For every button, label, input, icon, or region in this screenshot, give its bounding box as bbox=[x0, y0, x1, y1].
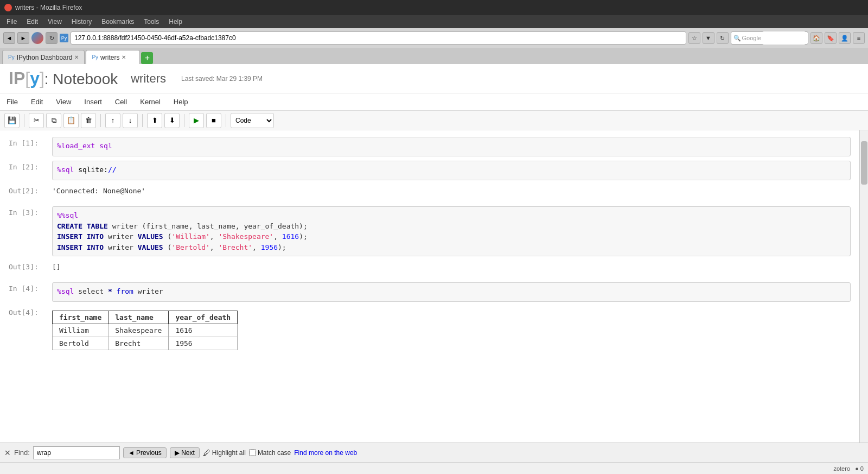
interrupt-button[interactable]: ■ bbox=[206, 113, 221, 128]
cell-label-in3: In [3]: bbox=[9, 206, 52, 217]
nb-menu-help[interactable]: Help bbox=[167, 96, 195, 108]
forward-button[interactable]: ► bbox=[17, 32, 29, 44]
cell3-v2b: ); bbox=[278, 243, 286, 251]
toolbar-icon-1[interactable]: 🔖 bbox=[825, 32, 837, 44]
td-year-2: 1956 bbox=[169, 337, 238, 350]
cell-input-4[interactable]: %sql select * from writer bbox=[52, 282, 851, 302]
out2-text: 'Connected: None@None' bbox=[52, 187, 145, 195]
delete-button[interactable]: 🗑 bbox=[81, 113, 96, 128]
toolbar-icon-2[interactable]: 👤 bbox=[839, 32, 851, 44]
cell3-insert1: INSERT INTO bbox=[57, 232, 104, 241]
cell-type-select[interactable]: Code bbox=[231, 113, 274, 128]
menu-history[interactable]: History bbox=[67, 17, 96, 27]
run-button[interactable]: ▶ bbox=[189, 113, 204, 128]
tab-close-writers[interactable]: ✕ bbox=[122, 54, 126, 60]
browser-menu-bar: File Edit View History Bookmarks Tools H… bbox=[0, 15, 868, 28]
notebook-saved: Last saved: Mar 29 1:39 PM bbox=[181, 75, 263, 83]
scroll-thumb[interactable] bbox=[861, 141, 867, 185]
notebook-name: writers bbox=[131, 72, 166, 86]
cell3-magic: %%sql bbox=[57, 211, 78, 219]
nb-menu-insert[interactable]: Insert bbox=[78, 96, 108, 108]
td-year-1: 1616 bbox=[169, 324, 238, 337]
cell3-v1b: ); bbox=[299, 232, 308, 241]
col-yearofdeath: year_of_death bbox=[169, 311, 238, 324]
col-firstname: first_name bbox=[53, 311, 108, 324]
cell3-n2: 1956 bbox=[261, 243, 278, 251]
td-lastname-2: Brecht bbox=[108, 337, 169, 350]
copy-button[interactable]: ⧉ bbox=[46, 113, 61, 128]
find-input[interactable] bbox=[33, 446, 120, 459]
move-up-button[interactable]: ↑ bbox=[105, 113, 120, 128]
menu-help[interactable]: Help bbox=[164, 17, 187, 27]
nb-menu-cell[interactable]: Cell bbox=[108, 96, 133, 108]
cut-button[interactable]: ✂ bbox=[29, 113, 44, 128]
tab-dashboard[interactable]: Py IPython Dashboard ✕ bbox=[2, 50, 85, 64]
highlight-all-button[interactable]: 🖊 Highlight all bbox=[203, 448, 246, 457]
cell-row-out2: Out[2]: 'Connected: None@None' bbox=[0, 182, 859, 204]
cell3-tbl: writer (first_name, last_name, year_of_d… bbox=[112, 222, 308, 230]
new-tab-button[interactable]: + bbox=[141, 52, 153, 64]
reload-button[interactable]: ↻ bbox=[717, 32, 729, 44]
tab-close-dashboard[interactable]: ✕ bbox=[74, 54, 79, 60]
cell3-c3: , bbox=[210, 243, 219, 251]
menu-tools[interactable]: Tools bbox=[139, 17, 163, 27]
notebook-toolbar: 💾 ✂ ⧉ 📋 🗑 ↑ ↓ ⬆ ⬇ ▶ ■ Code bbox=[0, 111, 868, 130]
insert-above-button[interactable]: ⬆ bbox=[147, 113, 162, 128]
back-button[interactable]: ◄ bbox=[3, 32, 15, 44]
menu-file[interactable]: File bbox=[2, 17, 21, 27]
paste-button[interactable]: 📋 bbox=[63, 113, 79, 128]
cell-output-2: 'Connected: None@None' bbox=[52, 185, 851, 197]
insert-below-button[interactable]: ⬇ bbox=[164, 113, 180, 128]
find-bar: ✕ Find: ◄ Previous ▶ Next 🖊 Highlight al… bbox=[0, 443, 868, 462]
cell-label-out2: Out[2]: bbox=[9, 185, 52, 195]
tab-writers[interactable]: Py writers ✕ bbox=[86, 50, 140, 64]
cell4-magic: %sql bbox=[57, 287, 74, 295]
find-previous-button[interactable]: ◄ Previous bbox=[123, 447, 167, 458]
td-firstname-1: William bbox=[53, 324, 108, 337]
page-favicon: Py bbox=[60, 34, 68, 42]
save-button[interactable]: 💾 bbox=[4, 113, 20, 128]
cell-row-out4: Out[4]: first_name last_name year_of_dea… bbox=[0, 304, 859, 357]
bookmark-list[interactable]: ▼ bbox=[703, 32, 714, 44]
cell-output-4: first_name last_name year_of_death Willi… bbox=[52, 306, 851, 355]
window-title: writers - Mozilla Firefox bbox=[15, 4, 82, 11]
cell-label-in4: In [4]: bbox=[9, 282, 52, 293]
browser-search-input[interactable] bbox=[762, 31, 806, 45]
cell-row-1: In [1]: %load_ext sql bbox=[0, 135, 859, 159]
cell-label-out3: Out[3]: bbox=[9, 261, 52, 271]
menu-bookmarks[interactable]: Bookmarks bbox=[97, 17, 138, 27]
notebook-menu: File Edit View Insert Cell Kernel Help bbox=[0, 93, 868, 111]
menu-view[interactable]: View bbox=[43, 17, 66, 27]
find-close-button[interactable]: ✕ bbox=[4, 448, 11, 457]
cell2-url: // bbox=[108, 166, 117, 174]
nb-menu-file[interactable]: File bbox=[0, 96, 24, 108]
window-close-button[interactable] bbox=[4, 4, 12, 11]
cell-input-3[interactable]: %%sql CREATE TABLE writer (first_name, l… bbox=[52, 206, 851, 256]
cell-row-3: In [3]: %%sql CREATE TABLE writer (first… bbox=[0, 204, 859, 258]
cell-input-2[interactable]: %sql sqlite:// bbox=[52, 161, 851, 180]
cell4-writer: writer bbox=[138, 287, 163, 295]
scrollbar[interactable] bbox=[859, 130, 868, 443]
move-down-button[interactable]: ↓ bbox=[123, 113, 138, 128]
out3-text: [] bbox=[52, 263, 61, 271]
more-button[interactable]: ≡ bbox=[853, 32, 865, 44]
bookmark-star[interactable]: ☆ bbox=[688, 32, 700, 44]
stop-reload-button[interactable]: ↻ bbox=[46, 32, 58, 44]
notebook-content: In [1]: %load_ext sql In [2]: %sql sqlit… bbox=[0, 130, 859, 443]
nb-menu-kernel[interactable]: Kernel bbox=[133, 96, 167, 108]
match-case-label[interactable]: Match case bbox=[249, 449, 291, 457]
nb-menu-view[interactable]: View bbox=[49, 96, 78, 108]
find-next-button[interactable]: ▶ Next bbox=[170, 447, 200, 458]
home-button[interactable]: 🏠 bbox=[810, 32, 822, 44]
cell3-into1: writer bbox=[108, 232, 138, 241]
cell3-into2: writer bbox=[108, 243, 138, 251]
address-bar-row: ◄ ► ↻ Py ☆ ▼ ↻ 🔍 Google 🏠 🔖 👤 ≡ bbox=[0, 28, 868, 48]
cell-output-3: [] bbox=[52, 261, 851, 273]
cell4-space: select bbox=[78, 287, 108, 295]
cell-input-1[interactable]: %load_ext sql bbox=[52, 137, 851, 156]
menu-edit[interactable]: Edit bbox=[22, 17, 42, 27]
address-input[interactable] bbox=[71, 31, 686, 45]
find-more-link[interactable]: Find more on the web bbox=[294, 449, 357, 457]
match-case-checkbox[interactable] bbox=[249, 449, 256, 456]
nb-menu-edit[interactable]: Edit bbox=[24, 96, 49, 108]
